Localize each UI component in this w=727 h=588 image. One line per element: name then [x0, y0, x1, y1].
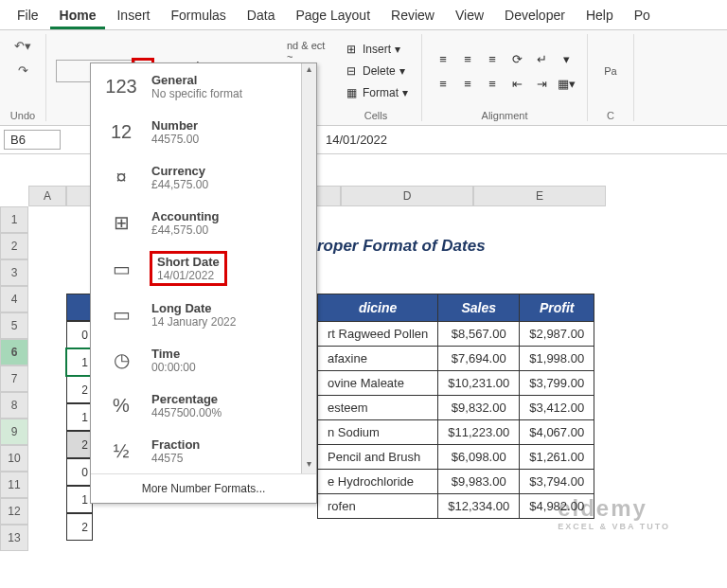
row-header-8[interactable]: 8	[0, 392, 28, 419]
table-cell[interactable]: $3,794.00	[520, 470, 594, 494]
table-cell[interactable]: $9,983.00	[438, 470, 520, 494]
table-cell[interactable]: $4,067.00	[520, 420, 594, 445]
number-format-dropdown-menu: 123GeneralNo specific format12Number4457…	[90, 62, 317, 504]
left-cell[interactable]: 0	[66, 321, 93, 348]
tab-file[interactable]: File	[8, 4, 48, 29]
left-cell[interactable]: 2	[66, 431, 93, 458]
row-header-9[interactable]: 9	[0, 419, 28, 445]
table-cell[interactable]: ovine Maleate	[318, 371, 438, 396]
table-cell[interactable]: $3,799.00	[520, 371, 594, 396]
format-option-short-date[interactable]: ▭Short Date14/01/2022	[91, 245, 301, 292]
table-cell[interactable]: $12,334.00	[438, 494, 520, 519]
tab-review[interactable]: Review	[381, 4, 444, 29]
table-cell[interactable]: esteem	[318, 396, 438, 420]
table-cell[interactable]: $9,832.00	[438, 396, 520, 420]
paste-icon[interactable]: Pa	[597, 60, 624, 82]
format-option-fraction[interactable]: ½Fraction44575	[91, 428, 301, 473]
name-box[interactable]: B6	[4, 130, 61, 150]
table-cell[interactable]: $3,412.00	[520, 396, 594, 420]
tab-view[interactable]: View	[446, 4, 493, 29]
left-cell[interactable]: 1	[66, 348, 93, 376]
left-cell[interactable]: 2	[66, 513, 93, 541]
tab-data[interactable]: Data	[238, 4, 285, 29]
tab-help[interactable]: Help	[576, 4, 623, 29]
col-header-A[interactable]: A	[28, 186, 66, 206]
left-cell[interactable]: 1	[66, 403, 93, 431]
row-header-11[interactable]: 11	[0, 472, 28, 498]
row-header-3[interactable]: 3	[0, 259, 28, 286]
watermark: eldemy EXCEL & VBA TUTO	[558, 495, 670, 531]
format-option-time[interactable]: ◷Time00:00:00	[91, 337, 301, 383]
tab-formulas[interactable]: Formulas	[161, 4, 235, 29]
format-option-long-date[interactable]: ▭Long Date14 January 2022	[91, 292, 301, 337]
more-number-formats[interactable]: More Number Formats...	[91, 473, 316, 503]
table-cell[interactable]: Pencil and Brush	[318, 445, 438, 470]
left-col-header	[66, 294, 93, 321]
dropdown-scrollbar[interactable]: ▴▾	[301, 63, 316, 473]
left-cell[interactable]: 2	[66, 376, 93, 403]
tab-po[interactable]: Po	[625, 4, 660, 29]
left-cell[interactable]: 0	[66, 458, 93, 486]
table-row[interactable]: esteem$9,832.00$3,412.00	[318, 396, 594, 420]
table-row[interactable]: n Sodium$11,223.00$4,067.00	[318, 420, 594, 445]
table-header: Profit	[520, 294, 594, 322]
table-row[interactable]: afaxine$7,694.00$1,998.00	[318, 347, 594, 371]
tab-home[interactable]: Home	[50, 4, 106, 29]
row-header-12[interactable]: 12	[0, 498, 28, 525]
tab-page layout[interactable]: Page Layout	[286, 4, 380, 29]
row-header-6[interactable]: 6	[0, 339, 28, 365]
delete-cells-button[interactable]: ⊟Delete ▾	[340, 61, 412, 81]
formula-bar[interactable]: 14/01/2022	[316, 131, 397, 149]
table-cell[interactable]: $10,231.00	[438, 371, 520, 396]
format-option-general[interactable]: 123GeneralNo specific format	[91, 63, 301, 109]
sheet-title: roper Format of Dates	[317, 237, 486, 256]
table-cell[interactable]: $1,261.00	[520, 445, 594, 470]
row-header-13[interactable]: 13	[0, 525, 28, 551]
table-row[interactable]: e Hydrochloride$9,983.00$3,794.00	[318, 470, 594, 494]
row-header-1[interactable]: 1	[0, 206, 28, 233]
format-option-currency[interactable]: ¤Currency£44,575.00	[91, 154, 301, 200]
format-option-accounting[interactable]: ⊞Accounting£44,575.00	[91, 200, 301, 245]
table-row[interactable]: Pencil and Brush$6,098.00$1,261.00	[318, 445, 594, 470]
table-cell[interactable]: $8,567.00	[438, 322, 520, 347]
table-cell[interactable]: $1,998.00	[520, 347, 594, 371]
table-cell[interactable]: afaxine	[318, 347, 438, 371]
table-cell[interactable]: $11,223.00	[438, 420, 520, 445]
alignment-grid[interactable]: ≡≡≡⟳↵▾ ≡≡≡⇤⇥▦▾	[432, 47, 577, 95]
table-row[interactable]: rofen$12,334.00$4,982.00	[318, 494, 594, 519]
group-label-undo: Undo	[9, 108, 36, 121]
redo-icon[interactable]: ↷	[9, 59, 36, 81]
col-header-D[interactable]: D	[341, 186, 473, 206]
table-cell[interactable]: e Hydrochloride	[318, 470, 438, 494]
group-label-cells: Cells	[340, 108, 412, 121]
tab-developer[interactable]: Developer	[495, 4, 575, 29]
format-option-percentage[interactable]: %Percentage4457500.00%	[91, 383, 301, 428]
data-table: dicineSalesProfit rt Ragweed Pollen$8,56…	[317, 294, 594, 519]
table-header: Sales	[438, 294, 520, 322]
table-cell[interactable]: rofen	[318, 494, 438, 519]
row-header-5[interactable]: 5	[0, 312, 28, 339]
format-option-number[interactable]: 12Number44575.00	[91, 109, 301, 154]
row-header-4[interactable]: 4	[0, 286, 28, 312]
table-cell[interactable]: $7,694.00	[438, 347, 520, 371]
insert-cells-button[interactable]: ⊞Insert ▾	[340, 39, 412, 60]
group-label-c: C	[597, 108, 624, 121]
row-header-10[interactable]: 10	[0, 445, 28, 472]
undo-icon[interactable]: ↶▾	[9, 34, 36, 57]
table-cell[interactable]: rt Ragweed Pollen	[318, 322, 438, 347]
table-header: dicine	[318, 294, 438, 322]
row-header-2[interactable]: 2	[0, 233, 28, 259]
tab-insert[interactable]: Insert	[107, 4, 159, 29]
group-label-alignment: Alignment	[432, 108, 577, 121]
table-cell[interactable]: n Sodium	[318, 420, 438, 445]
left-cell[interactable]: 1	[66, 486, 93, 513]
table-cell[interactable]: $2,987.00	[520, 322, 594, 347]
table-row[interactable]: rt Ragweed Pollen$8,567.00$2,987.00	[318, 322, 594, 347]
row-header-7[interactable]: 7	[0, 365, 28, 392]
format-cells-button[interactable]: ▦Format ▾	[340, 82, 412, 103]
col-header-E[interactable]: E	[473, 186, 606, 206]
table-row[interactable]: ovine Maleate$10,231.00$3,799.00	[318, 371, 594, 396]
table-cell[interactable]: $6,098.00	[438, 445, 520, 470]
